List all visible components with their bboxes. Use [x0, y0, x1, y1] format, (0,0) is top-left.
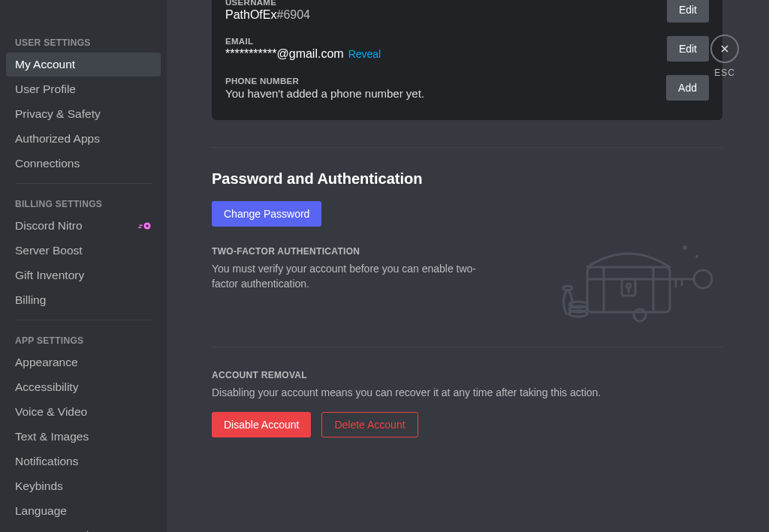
username-discriminator: #6904	[276, 8, 310, 21]
sidebar-divider	[15, 320, 152, 320]
svg-point-21	[695, 255, 698, 258]
sidebar-item-my-account[interactable]: My Account	[6, 53, 161, 77]
sidebar-item-label: Text & Images	[15, 430, 89, 443]
account-card: USERNAME PathOfEx#6904 Edit EMAIL ******…	[212, 0, 722, 120]
sidebar-item-user-profile[interactable]: User Profile	[6, 77, 161, 101]
phone-label: PHONE NUMBER	[225, 77, 424, 86]
sidebar-item-label: My Account	[15, 58, 75, 71]
app-root: USER SETTINGSMy AccountUser ProfilePriva…	[0, 0, 769, 532]
svg-rect-2	[140, 225, 143, 227]
email-row: EMAIL ***********@gmail.comReveal Edit	[225, 26, 709, 65]
account-removal-description: Disabling your account means you can rec…	[212, 385, 722, 400]
sidebar-item-label: Voice & Video	[15, 405, 87, 419]
sidebar-header: USER SETTINGS	[6, 30, 161, 53]
sidebar-divider	[15, 183, 152, 184]
delete-account-button[interactable]: Delete Account	[321, 412, 418, 437]
sidebar-item-server-boost[interactable]: Server Boost	[6, 239, 161, 263]
sidebar-item-streamer-mode[interactable]: Streamer Mode	[6, 524, 161, 532]
username-row: USERNAME PathOfEx#6904 Edit	[225, 0, 709, 26]
sidebar-item-notifications[interactable]: Notifications	[6, 449, 161, 473]
password-section-title: Password and Authentication	[212, 170, 722, 188]
sidebar-item-billing[interactable]: Billing	[6, 288, 161, 312]
change-password-button[interactable]: Change Password	[212, 201, 321, 227]
sidebar-item-gift-inventory[interactable]: Gift Inventory	[6, 263, 161, 287]
sidebar-item-voice-video[interactable]: Voice & Video	[6, 400, 161, 424]
main-area: ESC USERNAME PathOfEx#6904 Edit EMAIL	[167, 0, 769, 532]
sidebar-item-label: Authorized Apps	[15, 132, 100, 146]
twofa-header: TWO-FACTOR AUTHENTICATION	[212, 246, 497, 257]
close-button[interactable]	[710, 35, 739, 63]
twofa-row: TWO-FACTOR AUTHENTICATION You must verif…	[212, 227, 722, 324]
sidebar-item-label: Gift Inventory	[15, 269, 84, 282]
email-masked: ***********@gmail.com	[225, 47, 344, 60]
twofa-description: You must verify your account before you …	[212, 261, 497, 292]
username-name: PathOfEx	[225, 8, 276, 21]
sidebar-header: BILLING SETTINGS	[6, 191, 161, 214]
svg-point-16	[694, 270, 712, 288]
sidebar-item-accessibility[interactable]: Accessibility	[6, 375, 161, 399]
nitro-badge-icon	[138, 221, 152, 231]
close-icon	[719, 43, 731, 55]
sidebar-item-keybinds[interactable]: Keybinds	[6, 474, 161, 498]
phone-value: You haven't added a phone number yet.	[225, 87, 424, 100]
username-label: USERNAME	[225, 0, 310, 7]
sidebar-item-privacy-safety[interactable]: Privacy & Safety	[6, 102, 161, 126]
section-divider-2	[212, 347, 722, 347]
svg-point-20	[683, 245, 687, 250]
sidebar-item-label: Streamer Mode	[15, 529, 95, 532]
sidebar-item-label: Appearance	[15, 356, 78, 369]
sidebar-item-label: Keybinds	[15, 479, 63, 493]
sidebar-item-label: Server Boost	[15, 244, 83, 257]
email-label: EMAIL	[225, 37, 381, 46]
sidebar-header: APP SETTINGS	[6, 328, 161, 350]
username-value: PathOfEx#6904	[225, 8, 310, 22]
sidebar-item-authorized-apps[interactable]: Authorized Apps	[6, 127, 161, 151]
sidebar-item-label: Language	[15, 504, 67, 518]
section-divider	[212, 147, 722, 148]
sidebar-item-appearance[interactable]: Appearance	[6, 350, 161, 374]
sidebar-item-discord-nitro[interactable]: Discord Nitro	[6, 214, 161, 238]
close-label: ESC	[710, 68, 739, 78]
sidebar-item-label: Connections	[15, 157, 80, 170]
phone-row: PHONE NUMBER You haven't added a phone n…	[225, 65, 709, 110]
svg-point-15	[634, 309, 646, 321]
sidebar-item-label: Accessibility	[15, 380, 78, 394]
sidebar-item-label: Privacy & Safety	[15, 107, 101, 121]
account-removal-buttons: Disable Account Delete Account	[212, 412, 722, 437]
svg-rect-3	[138, 227, 142, 229]
disable-account-button[interactable]: Disable Account	[212, 412, 311, 437]
sidebar-item-language[interactable]: Language	[6, 499, 161, 523]
add-phone-button[interactable]: Add	[666, 75, 709, 101]
settings-sidebar: USER SETTINGSMy AccountUser ProfilePriva…	[0, 0, 167, 532]
sidebar-item-text-images[interactable]: Text & Images	[6, 425, 161, 449]
content: USERNAME PathOfEx#6904 Edit EMAIL ******…	[212, 0, 722, 437]
sidebar-item-label: Billing	[15, 293, 46, 307]
sidebar-item-connections[interactable]: Connections	[6, 152, 161, 176]
svg-point-11	[563, 286, 572, 290]
sidebar-item-label: Notifications	[15, 455, 78, 468]
edit-email-button[interactable]: Edit	[667, 36, 709, 62]
sidebar-item-label: User Profile	[15, 83, 76, 96]
close-area: ESC	[710, 35, 739, 78]
twofa-illustration	[535, 227, 722, 324]
svg-point-1	[146, 224, 148, 227]
email-value: ***********@gmail.comReveal	[225, 47, 381, 61]
account-removal-header: ACCOUNT REMOVAL	[212, 370, 722, 380]
edit-username-button[interactable]: Edit	[667, 0, 709, 23]
sidebar-item-label: Discord Nitro	[15, 219, 83, 233]
reveal-email-link[interactable]: Reveal	[348, 48, 381, 60]
